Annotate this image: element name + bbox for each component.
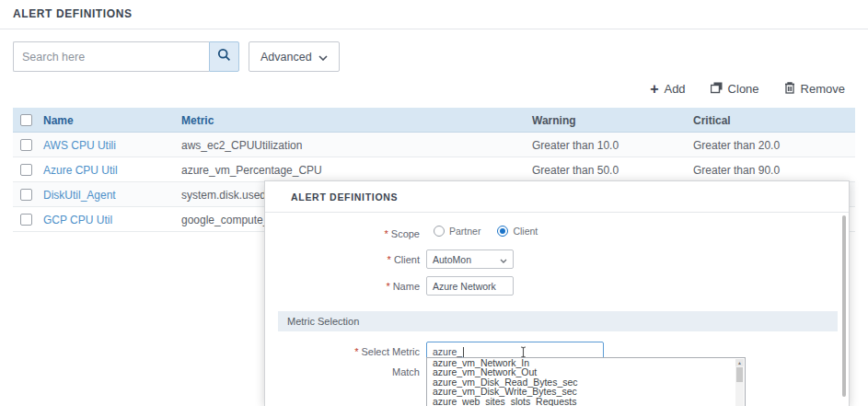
warning-threshold: Greater than 10.0 [532, 133, 619, 157]
scope-radio-group: Partner Client [434, 226, 538, 237]
name-label: *Name [265, 281, 420, 292]
clone-icon [711, 82, 723, 97]
match-label: Match [265, 366, 420, 377]
partner-label: Partner [449, 226, 480, 237]
search-input[interactable] [13, 41, 209, 72]
scroll-up-icon[interactable]: ▲ [735, 359, 744, 366]
add-button[interactable]: + Add [650, 82, 685, 96]
metric-value: aws_ec2_CPUUtilization [181, 133, 302, 157]
clone-label: Clone [728, 82, 759, 96]
row-checkbox[interactable] [20, 164, 32, 176]
chevron-down-icon [500, 254, 507, 265]
search-button[interactable] [209, 41, 239, 72]
select-metric-value: azure_ [433, 346, 462, 357]
metric-value: azure_vm_Percentage_CPU [181, 157, 322, 182]
chevron-down-icon [318, 51, 328, 64]
radio-selected-icon [497, 226, 508, 237]
client-select-value: AutoMon [433, 254, 471, 265]
critical-threshold: Greater than 90.0 [693, 157, 780, 182]
alert-name-link[interactable]: AWS CPU Utili [43, 133, 116, 157]
scrollbar-thumb[interactable] [736, 367, 743, 382]
scope-option-client[interactable]: Client [497, 226, 538, 237]
alert-name-link[interactable]: GCP CPU Util [43, 207, 112, 232]
row-checkbox[interactable] [20, 214, 32, 226]
client-label: Client [513, 226, 538, 237]
search-icon [217, 48, 231, 65]
search-bar [13, 41, 239, 72]
warning-threshold: Greater than 50.0 [532, 157, 619, 182]
metric-suggestions-dropdown: azure_vm_Network_In azure_vm_Network_Out… [426, 357, 746, 406]
column-header-warning: Warning [532, 108, 576, 133]
row-checkbox[interactable] [20, 139, 32, 151]
alert-definition-modal: ALERT DEFINITIONS *Scope Partner Client … [264, 180, 850, 406]
title-divider [0, 29, 868, 29]
advanced-label: Advanced [260, 51, 312, 64]
page-title: ALERT DEFINITIONS [13, 7, 133, 20]
suggestion-item[interactable]: azure_vm_Disk_Write_Bytes_sec [427, 387, 745, 396]
metric-selection-section-header: Metric Selection [278, 311, 838, 331]
modal-scrollbar[interactable] [842, 215, 846, 397]
table-header-row: Name Metric Warning Critical [13, 108, 855, 133]
name-input-value: Azure Network [433, 281, 496, 292]
column-header-name[interactable]: Name [43, 108, 74, 133]
clone-button[interactable]: Clone [711, 82, 759, 97]
add-label: Add [664, 82, 685, 96]
advanced-dropdown-button[interactable]: Advanced [249, 41, 340, 72]
alert-name-link[interactable]: DiskUtil_Agent [43, 182, 116, 207]
table-row: AWS CPU Utili aws_ec2_CPUUtilization Gre… [13, 133, 855, 157]
trash-icon [784, 81, 795, 97]
select-all-checkbox[interactable] [20, 114, 32, 126]
modal-title-divider [265, 212, 849, 213]
column-header-critical: Critical [693, 108, 731, 133]
plus-icon: + [650, 83, 658, 95]
critical-threshold: Greater than 20.0 [693, 133, 780, 157]
row-checkbox[interactable] [20, 189, 32, 201]
text-caret [463, 347, 464, 357]
scope-label: *Scope [265, 228, 420, 239]
alert-name-link[interactable]: Azure CPU Util [43, 157, 118, 182]
table-actions: + Add Clone Remove [650, 81, 845, 97]
radio-unselected-icon [434, 226, 445, 237]
dropdown-scrollbar[interactable]: ▲ [735, 359, 744, 406]
alert-definitions-page: ALERT DEFINITIONS Advanced + Add Clone [0, 0, 868, 406]
select-metric-label: *Select Metric [265, 346, 420, 357]
table-row: Azure CPU Util azure_vm_Percentage_CPU G… [13, 157, 855, 182]
scope-option-partner[interactable]: Partner [434, 226, 480, 237]
remove-button[interactable]: Remove [784, 81, 845, 97]
modal-title: ALERT DEFINITIONS [291, 191, 398, 203]
column-header-metric[interactable]: Metric [181, 108, 214, 133]
client-label: *Client [265, 254, 420, 265]
remove-label: Remove [801, 82, 845, 96]
name-input[interactable]: Azure Network [426, 276, 514, 296]
client-select[interactable]: AutoMon [426, 249, 514, 269]
